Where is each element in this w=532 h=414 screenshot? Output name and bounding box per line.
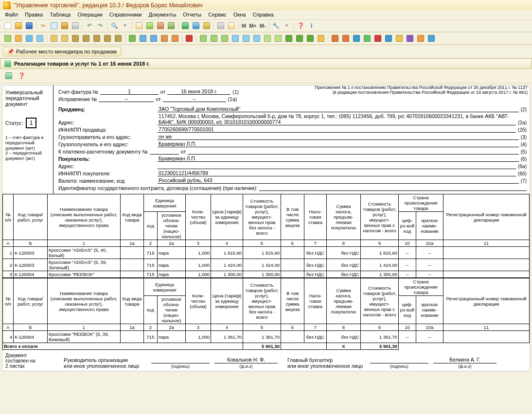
journal-icon[interactable] bbox=[156, 21, 165, 31]
paste-icon[interactable] bbox=[60, 21, 70, 31]
new-icon[interactable] bbox=[3, 21, 13, 31]
ledger-icon[interactable] bbox=[166, 21, 176, 31]
sf-date: 16 июня 2018 г. bbox=[167, 88, 231, 95]
tb2-icon[interactable] bbox=[160, 34, 169, 43]
doc2-icon[interactable] bbox=[191, 21, 201, 31]
tb2-icon[interactable] bbox=[273, 34, 283, 43]
tb2-icon[interactable] bbox=[14, 34, 23, 43]
menu-file[interactable]: Файл bbox=[5, 12, 18, 17]
tb2-icon[interactable] bbox=[81, 34, 91, 43]
workspace-tab-label: Рабочее место менеджера по продажам bbox=[16, 49, 117, 54]
menu-service[interactable]: Сервис bbox=[208, 12, 227, 17]
menu-ops[interactable]: Операции bbox=[77, 12, 102, 17]
open-icon[interactable] bbox=[14, 21, 23, 31]
document-tab[interactable]: Реализация товаров и услуг № 1 от 16 июн… bbox=[0, 58, 532, 69]
workspace-tab[interactable]: 📌 Рабочее место менеджера по продажам bbox=[3, 47, 121, 56]
doc-mini-toolbar: ❓ bbox=[0, 69, 532, 83]
calendar-icon[interactable] bbox=[134, 21, 144, 31]
separator bbox=[47, 34, 47, 42]
titlebar: "Управление торговлей", редакция 10.3 / … bbox=[0, 0, 532, 11]
tb2-icon[interactable] bbox=[241, 34, 251, 43]
tb2-icon[interactable] bbox=[103, 34, 112, 43]
tb2-icon[interactable] bbox=[341, 34, 351, 43]
tb2-icon[interactable] bbox=[295, 34, 304, 43]
tb2-icon[interactable] bbox=[405, 34, 415, 43]
dropdown-icon[interactable]: ▼ bbox=[120, 21, 130, 31]
tb2-icon[interactable] bbox=[316, 34, 326, 43]
upd-title: Универсальный передаточный документ bbox=[5, 89, 50, 107]
doc3-icon[interactable] bbox=[202, 21, 212, 31]
save-icon[interactable] bbox=[24, 21, 34, 31]
accounts-icon[interactable] bbox=[145, 21, 155, 31]
accountant-sign bbox=[370, 357, 428, 363]
tb2-icon[interactable] bbox=[426, 34, 436, 43]
tools-icon[interactable]: 🔧 bbox=[271, 21, 281, 31]
tb2-icon[interactable] bbox=[49, 34, 59, 43]
tb2-icon[interactable] bbox=[3, 34, 13, 43]
tb2-icon[interactable] bbox=[209, 34, 219, 43]
tb2-icon[interactable] bbox=[60, 34, 70, 43]
undo-icon[interactable]: ↶ bbox=[85, 21, 94, 31]
help-icon[interactable]: ❓ bbox=[296, 21, 306, 31]
calc-icon[interactable] bbox=[216, 21, 226, 31]
tb2-icon[interactable] bbox=[330, 34, 340, 43]
find-icon[interactable]: 🔍 bbox=[109, 21, 119, 31]
m-indicator[interactable]: M bbox=[241, 23, 247, 29]
tb2-icon[interactable] bbox=[252, 34, 262, 43]
menu-table[interactable]: Таблица bbox=[50, 12, 71, 17]
tb2-icon[interactable] bbox=[184, 34, 194, 43]
table-row: 2К-120003Кроссовки "ADIDAS" (6, 39, Зеле… bbox=[3, 259, 530, 271]
dropdown-icon[interactable]: ▼ bbox=[282, 21, 292, 31]
redo-icon[interactable]: ↷ bbox=[95, 21, 105, 31]
menu-docs[interactable]: Документы bbox=[148, 12, 176, 17]
doc1-icon[interactable] bbox=[180, 21, 190, 31]
tb2-icon[interactable] bbox=[384, 34, 393, 43]
toolbar-secondary bbox=[0, 32, 532, 45]
buyer-value: Браверман Л.П. bbox=[158, 155, 519, 162]
menu-reports[interactable]: Отчеты bbox=[183, 12, 201, 17]
print-preview-icon[interactable] bbox=[4, 71, 14, 81]
tb2-icon[interactable] bbox=[394, 34, 404, 43]
copy-icon[interactable] bbox=[49, 21, 59, 31]
menu-edit[interactable]: Правка bbox=[25, 12, 43, 17]
signatures: Документ составлен на 2 листах Руководит… bbox=[2, 350, 530, 371]
tb2-icon[interactable] bbox=[416, 34, 426, 43]
tb2-icon[interactable] bbox=[362, 34, 372, 43]
tb2-icon[interactable] bbox=[352, 34, 361, 43]
menu-refs[interactable]: Справочники bbox=[109, 12, 142, 17]
status-legend: 1 – счет-фактура и передаточный документ… bbox=[5, 135, 50, 161]
upd-left-panel: Универсальный передаточный документ Стат… bbox=[2, 86, 53, 194]
help-icon[interactable]: ❓ bbox=[17, 71, 26, 81]
tb2-icon[interactable] bbox=[149, 34, 159, 43]
currency-value: Российский рубль, 643 bbox=[158, 177, 519, 184]
tb2-icon[interactable] bbox=[263, 34, 272, 43]
tb2-icon[interactable] bbox=[170, 34, 180, 43]
tb2-icon[interactable] bbox=[138, 34, 148, 43]
tb2-icon[interactable] bbox=[24, 34, 34, 43]
print-icon[interactable] bbox=[71, 21, 80, 31]
date-icon[interactable] bbox=[227, 21, 236, 31]
tb2-icon[interactable] bbox=[127, 34, 137, 43]
tb2-icon[interactable] bbox=[284, 34, 294, 43]
tb2-icon[interactable] bbox=[198, 34, 208, 43]
separator bbox=[213, 22, 214, 30]
menu-windows[interactable]: Окна bbox=[233, 12, 246, 17]
cut-icon[interactable]: ✂ bbox=[38, 21, 48, 31]
tb2-icon[interactable] bbox=[220, 34, 230, 43]
tb2-icon[interactable] bbox=[113, 34, 123, 43]
tb2-icon[interactable] bbox=[35, 34, 45, 43]
seller-label: Продавец: bbox=[58, 106, 156, 112]
tb2-icon[interactable] bbox=[373, 34, 383, 43]
mminus-button[interactable]: M- bbox=[259, 23, 267, 29]
menu-help[interactable]: Справка bbox=[252, 12, 273, 17]
document: Универсальный передаточный документ Стат… bbox=[2, 85, 530, 371]
tb2-icon[interactable] bbox=[305, 34, 315, 43]
mplus-button[interactable]: M+ bbox=[248, 23, 258, 29]
paydoc-date bbox=[188, 148, 519, 155]
tb2-icon[interactable] bbox=[92, 34, 102, 43]
seller-value: ЗАО "Торговый дом Комплексный" bbox=[158, 106, 519, 112]
about-icon[interactable]: i bbox=[307, 21, 317, 31]
shipper-label: Грузоотправитель и его адрес: bbox=[58, 134, 156, 140]
tb2-icon[interactable] bbox=[231, 34, 240, 43]
tb2-icon[interactable] bbox=[71, 34, 80, 43]
